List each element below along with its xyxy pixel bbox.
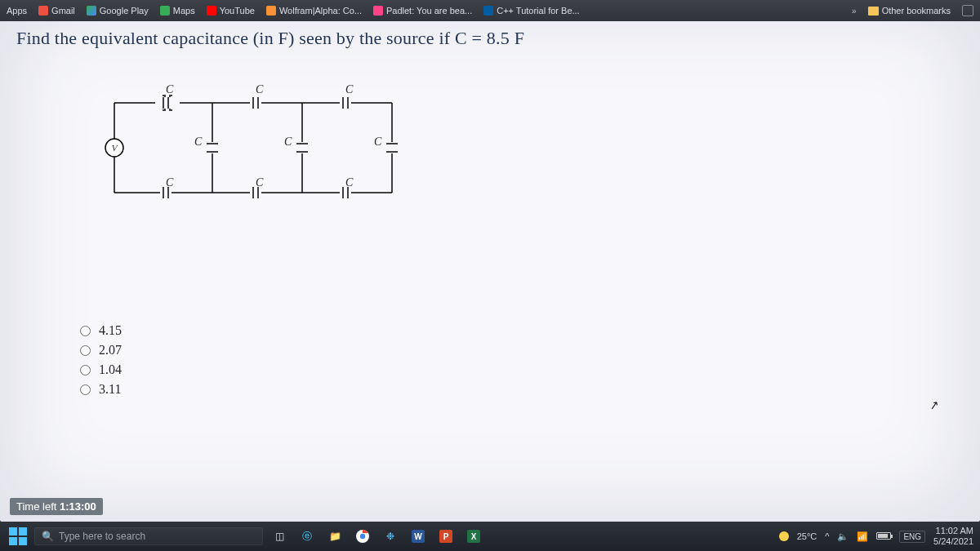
radio-icon[interactable] [80,384,91,395]
bookmark-gmail[interactable]: Gmail [38,6,75,16]
option-b[interactable]: 2.07 [80,343,972,358]
bookmark-cpp[interactable]: C++ Tutorial for Be... [483,6,580,16]
svg-text:C: C [166,83,174,96]
start-button[interactable] [7,525,29,548]
taskbar-search[interactable]: 🔍 Type here to search [34,527,263,545]
bookmark-wolfram[interactable]: Wolfram|Alpha: Co... [266,6,362,16]
radio-icon[interactable] [80,326,91,336]
svg-text:C: C [345,176,354,189]
folder-icon [868,7,879,16]
word-icon[interactable]: W [407,525,430,548]
svg-text:C: C [194,136,203,148]
time-left-badge: Time left 1:13:00 [10,498,103,515]
edge-icon[interactable]: ⓔ [296,525,318,548]
vscode-icon[interactable]: ❉ [379,525,402,548]
bookmark-maps[interactable]: Maps [160,6,195,16]
tray-clock[interactable]: 11:02 AM 5/24/2021 [933,526,973,546]
svg-rect-4 [340,97,351,109]
tray-chevron-icon[interactable]: ^ [825,531,829,541]
svg-rect-5 [160,187,172,198]
radio-icon[interactable] [80,345,91,356]
svg-text:C: C [345,83,354,96]
svg-rect-2 [160,97,172,109]
windows-icon [9,527,27,545]
tray-language[interactable]: ENG [899,531,925,543]
excel-icon[interactable]: X [462,525,485,548]
tray-wifi-icon[interactable]: 📶 [857,531,868,542]
reading-list-icon[interactable] [962,5,973,16]
option-c[interactable]: 1.04 [80,362,972,377]
svg-text:C: C [374,136,382,148]
file-explorer-icon[interactable]: 📁 [323,525,346,548]
task-view-icon[interactable]: ◫ [268,525,291,548]
search-placeholder: Type here to search [59,531,145,542]
option-a[interactable]: 4.15 [80,323,972,338]
circuit-diagram: V C C C C C C C C C [90,70,408,225]
svg-text:C: C [166,176,174,189]
bookmarks-overflow[interactable]: » [852,7,857,16]
bookmarks-bar: Apps Gmail Google Play Maps YouTube Wolf… [0,0,980,21]
radio-icon[interactable] [80,365,91,375]
svg-point-21 [360,534,365,539]
svg-rect-7 [340,187,351,198]
bookmark-youtube[interactable]: YouTube [207,6,255,16]
svg-text:C: C [256,176,264,189]
mouse-cursor-icon: ↗ [929,398,941,412]
svg-rect-3 [250,97,261,109]
bookmark-padlet[interactable]: Padlet: You are bea... [373,6,472,16]
weather-temp[interactable]: 25°C [797,531,817,541]
chrome-icon[interactable] [351,525,374,548]
search-icon: 🔍 [42,531,54,542]
option-d[interactable]: 3.11 [80,382,972,397]
question-text: Find the equivalent capacitance (in F) s… [8,28,972,49]
powerpoint-icon[interactable]: P [434,525,457,548]
bookmark-google-play[interactable]: Google Play [87,6,149,16]
svg-text:C: C [284,136,292,148]
weather-icon [779,531,789,541]
svg-text:C: C [256,83,264,96]
svg-rect-6 [250,187,261,198]
answer-options: 4.15 2.07 1.04 3.11 [80,323,972,397]
tray-sound-icon[interactable]: 🔈 [837,531,849,542]
other-bookmarks[interactable]: Other bookmarks [868,6,951,16]
bookmark-apps[interactable]: Apps [7,6,27,16]
windows-taskbar: 🔍 Type here to search ◫ ⓔ 📁 ❉ W P X 25°C… [0,522,980,551]
tray-battery-icon[interactable] [876,531,891,541]
